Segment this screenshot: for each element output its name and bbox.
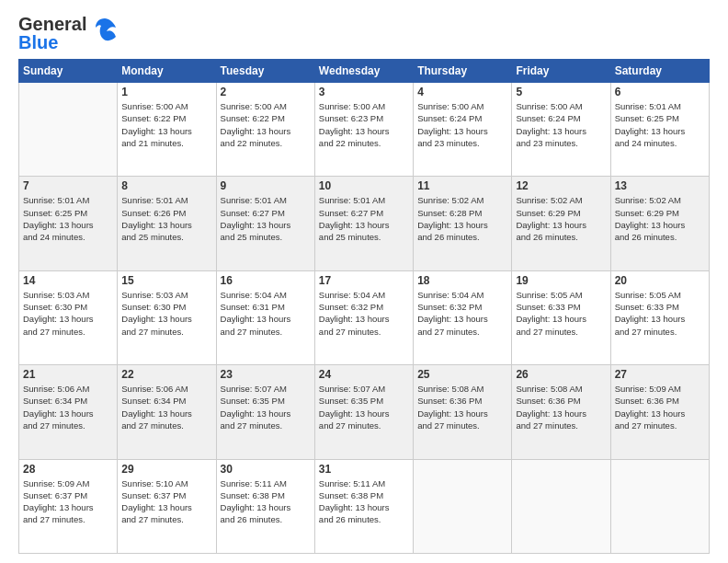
day-info: Sunrise: 5:09 AMSunset: 6:36 PMDaylight:… [615,383,705,431]
day-number: 12 [516,179,606,192]
weekday-header-thursday: Thursday [414,60,512,83]
day-info: Sunrise: 5:02 AMSunset: 6:28 PMDaylight:… [417,194,507,243]
day-info: Sunrise: 5:03 AMSunset: 6:30 PMDaylight:… [121,289,211,338]
calendar-cell [610,459,709,553]
calendar-cell: 24Sunrise: 5:07 AMSunset: 6:35 PMDayligh… [314,365,413,459]
weekday-header-saturday: Saturday [610,60,709,83]
page: General Blue SundayMondayTuesdayWednesda… [0,0,728,563]
day-info: Sunrise: 5:01 AMSunset: 6:25 PMDaylight:… [23,194,113,243]
day-number: 19 [516,274,606,287]
day-info: Sunrise: 5:00 AMSunset: 6:24 PMDaylight:… [516,100,606,149]
weekday-header-friday: Friday [512,60,610,83]
day-number: 23 [221,368,311,381]
calendar-cell: 25Sunrise: 5:08 AMSunset: 6:36 PMDayligh… [414,365,512,459]
day-number: 6 [615,86,705,98]
day-info: Sunrise: 5:00 AMSunset: 6:24 PMDaylight:… [417,100,507,149]
calendar-cell: 26Sunrise: 5:08 AMSunset: 6:36 PMDayligh… [512,365,610,459]
day-number: 7 [23,179,113,192]
day-info: Sunrise: 5:04 AMSunset: 6:32 PMDaylight:… [417,289,507,338]
logo-blue: Blue [18,33,86,52]
day-info: Sunrise: 5:00 AMSunset: 6:23 PMDaylight:… [319,100,409,149]
weekday-header-sunday: Sunday [19,60,118,83]
day-number: 13 [615,179,705,192]
day-info: Sunrise: 5:06 AMSunset: 6:34 PMDaylight:… [23,383,113,431]
day-number: 30 [221,463,311,476]
day-info: Sunrise: 5:01 AMSunset: 6:27 PMDaylight:… [319,194,409,243]
calendar-table: SundayMondayTuesdayWednesdayThursdayFrid… [18,59,710,554]
calendar-cell: 18Sunrise: 5:04 AMSunset: 6:32 PMDayligh… [414,270,512,364]
calendar-cell: 7Sunrise: 5:01 AMSunset: 6:25 PMDaylight… [19,177,118,270]
day-number: 26 [516,368,606,381]
calendar-cell: 31Sunrise: 5:11 AMSunset: 6:38 PMDayligh… [314,459,413,553]
day-number: 27 [615,368,705,381]
calendar-cell: 29Sunrise: 5:10 AMSunset: 6:37 PMDayligh… [118,459,216,553]
day-info: Sunrise: 5:01 AMSunset: 6:27 PMDaylight:… [221,194,311,243]
calendar-cell: 19Sunrise: 5:05 AMSunset: 6:33 PMDayligh… [512,270,610,364]
logo: General Blue [18,15,118,52]
day-number: 21 [23,368,113,381]
day-number: 2 [221,86,311,98]
calendar-cell [414,459,512,553]
calendar-cell: 17Sunrise: 5:04 AMSunset: 6:32 PMDayligh… [314,270,413,364]
calendar-cell: 2Sunrise: 5:00 AMSunset: 6:22 PMDaylight… [216,83,314,177]
day-info: Sunrise: 5:02 AMSunset: 6:29 PMDaylight:… [516,194,606,243]
day-number: 29 [121,463,211,476]
calendar-cell: 28Sunrise: 5:09 AMSunset: 6:37 PMDayligh… [19,459,118,553]
day-info: Sunrise: 5:08 AMSunset: 6:36 PMDaylight:… [516,383,606,431]
calendar-cell: 3Sunrise: 5:00 AMSunset: 6:23 PMDaylight… [314,83,413,177]
day-number: 16 [221,274,311,287]
calendar-cell: 1Sunrise: 5:00 AMSunset: 6:22 PMDaylight… [118,83,216,177]
calendar-cell [19,83,118,177]
day-info: Sunrise: 5:11 AMSunset: 6:38 PMDaylight:… [221,477,311,526]
day-info: Sunrise: 5:01 AMSunset: 6:25 PMDaylight:… [615,100,705,149]
day-number: 24 [319,368,409,381]
weekday-header-tuesday: Tuesday [216,60,314,83]
logo-bird-icon [92,17,118,50]
day-number: 20 [615,274,705,287]
calendar-cell: 9Sunrise: 5:01 AMSunset: 6:27 PMDaylight… [216,177,314,270]
day-info: Sunrise: 5:00 AMSunset: 6:22 PMDaylight:… [221,100,311,149]
day-info: Sunrise: 5:05 AMSunset: 6:33 PMDaylight:… [516,289,606,338]
calendar-cell: 13Sunrise: 5:02 AMSunset: 6:29 PMDayligh… [610,177,709,270]
day-number: 8 [121,179,211,192]
calendar-cell: 14Sunrise: 5:03 AMSunset: 6:30 PMDayligh… [19,270,118,364]
day-number: 17 [319,274,409,287]
calendar-cell: 8Sunrise: 5:01 AMSunset: 6:26 PMDaylight… [118,177,216,270]
calendar-cell: 4Sunrise: 5:00 AMSunset: 6:24 PMDaylight… [414,83,512,177]
header: General Blue [18,15,710,52]
calendar-cell: 27Sunrise: 5:09 AMSunset: 6:36 PMDayligh… [610,365,709,459]
day-number: 4 [417,86,507,98]
day-info: Sunrise: 5:10 AMSunset: 6:37 PMDaylight:… [121,477,211,526]
calendar-cell: 11Sunrise: 5:02 AMSunset: 6:28 PMDayligh… [414,177,512,270]
day-info: Sunrise: 5:11 AMSunset: 6:38 PMDaylight:… [319,477,409,526]
calendar-cell: 16Sunrise: 5:04 AMSunset: 6:31 PMDayligh… [216,270,314,364]
day-info: Sunrise: 5:04 AMSunset: 6:31 PMDaylight:… [221,289,311,338]
calendar-cell: 23Sunrise: 5:07 AMSunset: 6:35 PMDayligh… [216,365,314,459]
weekday-header-wednesday: Wednesday [314,60,413,83]
calendar-cell: 20Sunrise: 5:05 AMSunset: 6:33 PMDayligh… [610,270,709,364]
calendar-cell: 10Sunrise: 5:01 AMSunset: 6:27 PMDayligh… [314,177,413,270]
day-number: 28 [23,463,113,476]
calendar-cell [512,459,610,553]
day-number: 10 [319,179,409,192]
day-number: 25 [417,368,507,381]
day-info: Sunrise: 5:06 AMSunset: 6:34 PMDaylight:… [121,383,211,431]
calendar-cell: 30Sunrise: 5:11 AMSunset: 6:38 PMDayligh… [216,459,314,553]
day-number: 18 [417,274,507,287]
calendar-cell: 6Sunrise: 5:01 AMSunset: 6:25 PMDaylight… [610,83,709,177]
day-info: Sunrise: 5:05 AMSunset: 6:33 PMDaylight:… [615,289,705,338]
logo-general: General [18,15,86,33]
day-info: Sunrise: 5:07 AMSunset: 6:35 PMDaylight:… [221,383,311,431]
day-info: Sunrise: 5:03 AMSunset: 6:30 PMDaylight:… [23,289,113,338]
day-number: 15 [121,274,211,287]
day-info: Sunrise: 5:08 AMSunset: 6:36 PMDaylight:… [417,383,507,431]
weekday-header-monday: Monday [118,60,216,83]
day-info: Sunrise: 5:07 AMSunset: 6:35 PMDaylight:… [319,383,409,431]
day-number: 11 [417,179,507,192]
day-info: Sunrise: 5:01 AMSunset: 6:26 PMDaylight:… [121,194,211,243]
day-number: 14 [23,274,113,287]
calendar-cell: 12Sunrise: 5:02 AMSunset: 6:29 PMDayligh… [512,177,610,270]
calendar-cell: 15Sunrise: 5:03 AMSunset: 6:30 PMDayligh… [118,270,216,364]
day-info: Sunrise: 5:00 AMSunset: 6:22 PMDaylight:… [121,100,211,149]
day-info: Sunrise: 5:04 AMSunset: 6:32 PMDaylight:… [319,289,409,338]
